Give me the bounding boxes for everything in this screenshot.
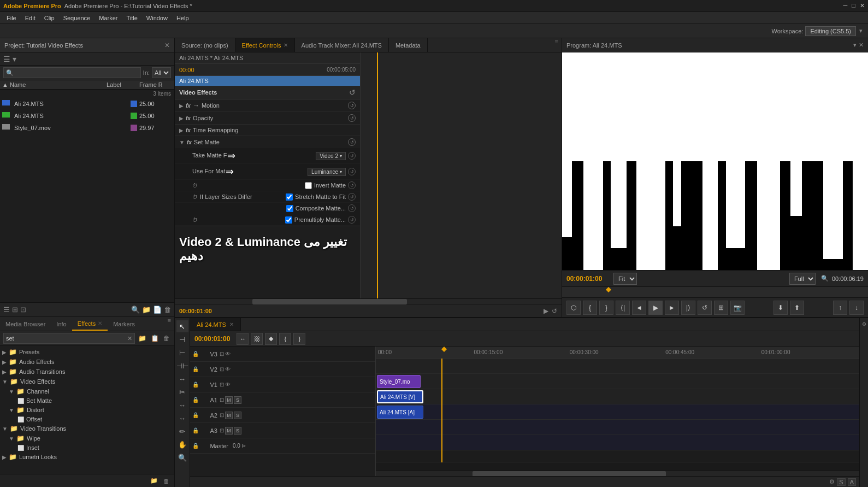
export-frame-btn[interactable]: 📷 — [730, 301, 745, 315]
project-freeform-btn[interactable]: ⊡ — [20, 306, 26, 314]
tl-mark-in-btn[interactable]: { — [279, 333, 291, 345]
step-back-multi-btn[interactable]: ⟨| — [616, 301, 630, 315]
hand-tool-btn[interactable]: ✋ — [176, 438, 188, 450]
ec-tab-metadata[interactable]: Metadata — [389, 38, 428, 52]
menu-help[interactable]: Help — [172, 14, 193, 22]
invert-matte-checkbox[interactable] — [305, 182, 312, 189]
a1-solo-btn[interactable]: S — [234, 396, 241, 404]
maximize-btn[interactable]: □ — [852, 2, 855, 9]
play-btn[interactable]: ▶ — [648, 301, 663, 315]
ec-bottom-scroll[interactable] — [175, 298, 562, 304]
zoom-tool-btn[interactable]: 🔍 — [176, 451, 188, 463]
menu-title[interactable]: Title — [122, 14, 141, 22]
menu-window[interactable]: Window — [142, 14, 172, 22]
stretch-matte-clock[interactable]: ⏱ — [192, 194, 198, 200]
clip-ali-a1[interactable]: Ali 24.MTS [A] — [377, 406, 423, 419]
opacity-reset-btn[interactable]: ↺ — [348, 114, 356, 122]
timeline-tab-close[interactable]: ✕ — [229, 321, 234, 327]
workspace-menu-btn[interactable]: ▾ — [859, 27, 863, 34]
selected-clip-bar[interactable]: Ali 24.MTS — [175, 76, 360, 86]
project-new-item-btn[interactable]: 📄 — [153, 306, 162, 314]
a3-lock-btn[interactable]: 🔒 — [192, 427, 199, 433]
menu-marker[interactable]: Marker — [95, 14, 122, 22]
take-matte-from-dropdown[interactable]: Video 2 ▾ — [316, 152, 346, 160]
v3-sync-btn[interactable]: ⊡ — [220, 351, 224, 357]
step-fwd-multi-btn[interactable]: |⟩ — [681, 301, 695, 315]
step-fwd-btn[interactable]: ► — [665, 301, 679, 315]
razor-tool-btn[interactable]: ✂ — [176, 386, 188, 398]
rs-settings-btn[interactable]: ⚙ — [860, 320, 868, 328]
menu-edit[interactable]: Edit — [21, 14, 40, 22]
effects-tab-close[interactable]: ✕ — [98, 320, 102, 326]
tab-media-browser[interactable]: Media Browser — [0, 317, 51, 331]
ec-tab-audio-mixer[interactable]: Audio Track Mixer: Ali 24.MTS — [295, 38, 389, 52]
a3-solo-btn[interactable]: S — [234, 427, 241, 435]
ec-loop-btn[interactable]: ↺ — [552, 307, 557, 315]
a2-mute-btn[interactable]: M — [225, 412, 233, 419]
list-item[interactable]: Ali 24.MTS 25.00 — [0, 110, 174, 122]
pen-tool-btn[interactable]: ✏ — [176, 425, 188, 437]
tree-item-audio-transitions[interactable]: ▶ 📁 Audio Transitions — [0, 367, 174, 377]
tree-item-lumetri-looks[interactable]: ▶ 📁 Lumetri Looks — [0, 452, 174, 462]
effect-group-motion-header[interactable]: ▶ fx → Motion ↺ — [175, 99, 360, 112]
tree-item-distort[interactable]: ▼ 📁 Distort — [0, 405, 174, 415]
tl-add-marker-btn[interactable]: ◆ — [265, 333, 277, 345]
a2-lock-btn[interactable]: 🔒 — [192, 412, 199, 418]
rate-stretch-tool-btn[interactable]: ↔ — [176, 373, 188, 385]
v3-eye-btn[interactable]: 👁 — [225, 351, 231, 357]
a2-solo-btn[interactable]: S — [234, 412, 241, 419]
fit-selector[interactable]: Fit — [613, 273, 637, 285]
a1-lock-btn[interactable]: 🔒 — [192, 397, 199, 403]
project-find-btn[interactable]: 🔍 — [131, 306, 140, 314]
timeline-tab-ali[interactable]: Ali 24.MTS ✕ — [190, 318, 241, 331]
master-level-btn[interactable]: ⊳ — [241, 443, 246, 449]
tree-item-audio-effects[interactable]: ▶ 📁 Audio Effects — [0, 357, 174, 367]
mark-in-btn[interactable]: { — [583, 301, 597, 315]
invert-matte-reset[interactable]: ↺ — [348, 181, 356, 189]
workspace-selector[interactable]: Editing (CS5.5) — [805, 26, 856, 36]
ec-tab-effect-controls[interactable]: Effect Controls ✕ — [235, 38, 295, 52]
program-monitor-close-btn[interactable]: ✕ — [859, 42, 864, 49]
track-select-tool-btn[interactable]: ⊣ — [176, 333, 188, 345]
take-matte-from-reset[interactable]: ↺ — [348, 152, 356, 160]
tab-markers[interactable]: Markers — [108, 317, 140, 331]
project-delete-btn[interactable]: 🗑 — [164, 306, 171, 314]
tl-a-btn[interactable]: A — [848, 478, 856, 486]
quality-selector[interactable]: Full — [789, 273, 816, 285]
project-options-btn[interactable]: ▾ — [13, 55, 16, 63]
tree-item-offset[interactable]: ⬜ Offset — [0, 415, 174, 424]
project-panel-close[interactable]: ✕ — [164, 42, 170, 49]
premultiply-matte-reset[interactable]: ↺ — [348, 216, 356, 224]
overwrite-btn[interactable]: ⬆ — [790, 301, 804, 315]
tab-info[interactable]: Info — [51, 317, 72, 331]
tree-item-wipe[interactable]: ▼ 📁 Wipe — [0, 433, 174, 443]
video-effects-reset-btn[interactable]: ↺ — [349, 88, 356, 97]
a1-mute-btn[interactable]: M — [225, 396, 233, 404]
step-back-btn[interactable]: ◄ — [632, 301, 646, 315]
ec-panel-menu-btn[interactable]: ≡ — [552, 38, 562, 52]
effect-group-set-matte-header[interactable]: ▼ fx Set Matte ↺ — [175, 136, 360, 148]
ec-play-btn[interactable]: ▶ — [544, 307, 548, 315]
ripple-edit-tool-btn[interactable]: ⊢ — [176, 347, 188, 359]
project-list-view-btn[interactable]: ☰ — [3, 306, 10, 314]
tab-effects[interactable]: Effects ✕ — [72, 317, 108, 331]
rolling-edit-tool-btn[interactable]: ⊣⊢ — [176, 360, 188, 372]
effects-new-bin-btn[interactable]: 📁 — [137, 333, 147, 343]
tree-item-inset[interactable]: ⬜ Inset — [0, 443, 174, 452]
lift-btn[interactable]: ↑ — [833, 301, 847, 315]
effects-delete-btn[interactable]: 🗑 — [162, 333, 171, 343]
play-to-mark-in-btn[interactable]: ⬡ — [566, 301, 581, 315]
close-btn[interactable]: ✕ — [860, 2, 865, 9]
a3-mute-btn[interactable]: M — [225, 427, 233, 435]
invert-matte-clock[interactable]: ⏱ — [192, 183, 198, 189]
menu-sequence[interactable]: Sequence — [59, 14, 95, 22]
master-lock-btn[interactable]: 🔒 — [192, 443, 199, 449]
ec-tab-source[interactable]: Source: (no clips) — [175, 38, 235, 52]
stretch-matte-checkbox[interactable] — [286, 193, 293, 201]
list-item[interactable]: Style_07.mov 29.97 — [0, 122, 174, 134]
project-search-input[interactable] — [15, 69, 138, 76]
v1-sync-btn[interactable]: ⊡ — [220, 382, 224, 388]
project-new-bin-btn[interactable]: 📁 — [142, 306, 151, 314]
project-menu-btn[interactable]: ☰ — [3, 55, 10, 63]
tl-settings-btn[interactable]: ⚙ — [829, 478, 835, 485]
